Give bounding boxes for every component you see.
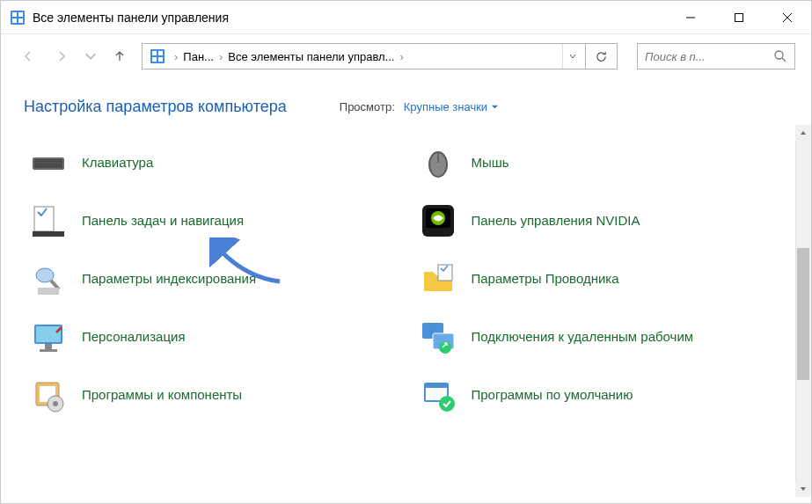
programs-icon — [29, 376, 68, 414]
window-title: Все элементы панели управления — [33, 11, 666, 25]
item-label: Параметры Проводника — [472, 270, 619, 288]
item-personalization[interactable]: Персонализация — [24, 311, 413, 362]
item-remote[interactable]: Подключения к удаленным рабочим — [413, 311, 803, 362]
content-header: Настройка параметров компьютера Просмотр… — [1, 78, 811, 125]
folder-options-icon — [419, 259, 457, 298]
mouse-icon — [419, 143, 457, 182]
history-dropdown[interactable] — [84, 45, 98, 68]
item-label: Параметры индексирования — [82, 270, 256, 288]
scroll-up-button[interactable] — [795, 125, 811, 141]
page-title: Настройка параметров компьютера — [24, 98, 287, 116]
scroll-down-button[interactable] — [795, 481, 811, 497]
item-label: Программы и компоненты — [82, 386, 242, 404]
svg-rect-30 — [438, 265, 452, 281]
svg-rect-12 — [152, 57, 157, 62]
svg-line-15 — [782, 58, 786, 62]
svg-rect-29 — [38, 288, 59, 295]
svg-rect-17 — [34, 159, 62, 168]
item-label: Панель задач и навигация — [82, 212, 244, 230]
svg-point-44 — [439, 396, 455, 412]
breadcrumb-item[interactable]: Пан... — [183, 50, 214, 63]
back-button[interactable] — [17, 45, 40, 68]
svg-rect-22 — [34, 207, 54, 231]
item-label: Подключения к удаленным рабочим — [472, 328, 694, 346]
svg-rect-23 — [33, 231, 64, 237]
item-mouse[interactable]: Мышь — [413, 137, 803, 188]
svg-rect-13 — [158, 57, 163, 62]
toolbar: › Пан... › Все элементы панели управл...… — [1, 34, 811, 78]
close-button[interactable] — [763, 1, 811, 33]
item-default-programs[interactable]: Программы по умолчанию — [413, 369, 803, 420]
chevron-right-icon: › — [214, 50, 228, 63]
control-panel-icon — [10, 10, 26, 26]
item-keyboard[interactable]: Клавиатура — [24, 137, 413, 188]
maximize-button[interactable] — [714, 1, 763, 33]
search-icon — [773, 49, 787, 63]
svg-rect-3 — [12, 18, 17, 23]
svg-rect-2 — [18, 12, 23, 17]
search-input[interactable] — [645, 50, 773, 63]
item-folder-options[interactable]: Параметры Проводника — [413, 253, 803, 304]
keyboard-icon — [29, 143, 68, 182]
search-box[interactable] — [637, 43, 795, 69]
svg-point-41 — [53, 401, 58, 406]
item-taskbar[interactable]: Панель задач и навигация — [24, 195, 413, 246]
nvidia-icon — [419, 201, 457, 240]
svg-point-14 — [775, 51, 783, 59]
item-indexing[interactable]: Параметры индексирования — [24, 253, 413, 304]
personalization-icon — [29, 318, 68, 356]
view-by-dropdown[interactable]: Крупные значки — [404, 100, 499, 113]
breadcrumb-item[interactable]: Все элементы панели управл... — [228, 50, 394, 63]
chevron-right-icon: › — [394, 50, 408, 63]
taskbar-icon — [29, 201, 68, 240]
remote-icon — [419, 318, 457, 356]
svg-rect-34 — [40, 349, 57, 352]
item-label: Программы по умолчанию — [472, 386, 633, 404]
item-label: Клавиатура — [82, 154, 153, 172]
forward-button[interactable] — [50, 45, 73, 68]
svg-rect-10 — [152, 51, 157, 55]
address-bar[interactable]: › Пан... › Все элементы панели управл...… — [142, 43, 586, 69]
vertical-scrollbar[interactable] — [795, 125, 811, 497]
svg-rect-6 — [735, 13, 743, 21]
window-controls — [666, 1, 811, 33]
svg-rect-33 — [45, 344, 52, 349]
svg-rect-11 — [158, 51, 163, 55]
svg-rect-32 — [36, 326, 61, 342]
titlebar: Все элементы панели управления — [1, 1, 811, 34]
item-label: Персонализация — [82, 328, 186, 346]
indexing-icon — [29, 259, 68, 298]
control-panel-icon — [150, 48, 165, 64]
chevron-right-icon: › — [169, 50, 183, 63]
minimize-button[interactable] — [666, 1, 714, 33]
address-dropdown[interactable] — [562, 44, 582, 69]
item-label: Мышь — [472, 154, 509, 172]
svg-point-27 — [36, 268, 54, 282]
item-label: Панель управления NVIDIA — [472, 212, 640, 230]
item-nvidia[interactable]: Панель управления NVIDIA — [413, 195, 803, 246]
item-programs[interactable]: Программы и компоненты — [24, 369, 413, 420]
default-programs-icon — [419, 376, 457, 414]
view-by-label: Просмотр: — [340, 100, 395, 113]
items-grid: Клавиатура Мышь Панель задач и навигация… — [1, 125, 811, 433]
up-button[interactable] — [108, 45, 131, 68]
svg-rect-1 — [12, 12, 17, 17]
content-area: Клавиатура Мышь Панель задач и навигация… — [1, 125, 811, 497]
svg-rect-4 — [18, 18, 23, 23]
view-by-value: Крупные значки — [404, 100, 487, 113]
scroll-thumb[interactable] — [797, 248, 809, 380]
refresh-button[interactable] — [586, 43, 618, 69]
